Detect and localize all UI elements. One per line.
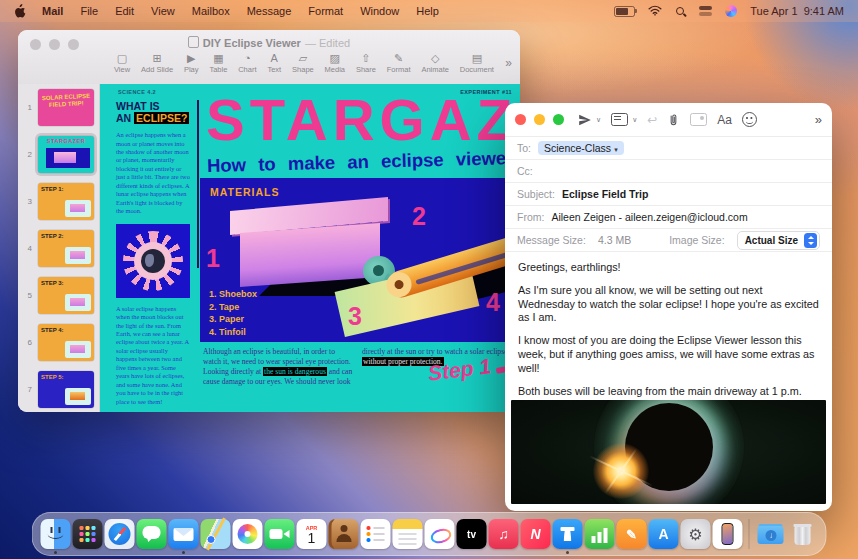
menu-item-message[interactable]: Message bbox=[247, 5, 292, 17]
format-button[interactable]: Aa bbox=[717, 111, 732, 129]
keynote-titlebar[interactable]: DIY Eclipse Viewer— Edited ▢View⊞Add Sli… bbox=[18, 30, 520, 85]
menu-item-mailbox[interactable]: Mailbox bbox=[192, 5, 230, 17]
toolbar-button-play[interactable]: ▶Play bbox=[184, 52, 199, 74]
from-field[interactable]: From: Aileen Zeigen - aileen.zeigen@iclo… bbox=[505, 206, 832, 229]
slide-row-1: 1SOLAR ECLIPSE FIELD TRIP! bbox=[18, 86, 99, 129]
mail-toolbar-overflow-button[interactable]: » bbox=[815, 112, 822, 127]
dock-icon-calendar[interactable]: APR1 bbox=[297, 519, 327, 549]
dock-icon-numbers[interactable] bbox=[585, 519, 615, 549]
send-button[interactable] bbox=[578, 111, 592, 129]
reply-button[interactable]: ↩ bbox=[647, 111, 657, 129]
dock-icon-music[interactable]: ♫ bbox=[489, 519, 519, 549]
slide-thumbnail-3[interactable]: STEP 1: bbox=[38, 183, 94, 220]
minimize-button[interactable] bbox=[534, 114, 545, 125]
slide-thumbnail-5[interactable]: STEP 3: bbox=[38, 277, 94, 314]
dock-icon-facetime[interactable] bbox=[265, 519, 295, 549]
battery-icon[interactable] bbox=[614, 6, 635, 17]
dock-icon-settings[interactable]: ⚙ bbox=[681, 519, 711, 549]
menu-item-edit[interactable]: Edit bbox=[115, 5, 134, 17]
insert-photo-button[interactable] bbox=[690, 111, 707, 129]
slide-thumbnail-6[interactable]: STEP 4: bbox=[38, 324, 94, 361]
dock: APR1tv♫N✎A⚙↓ bbox=[32, 512, 827, 556]
wifi-icon[interactable] bbox=[648, 5, 662, 18]
toolbar-label: Share bbox=[356, 65, 376, 74]
toolbar-button-share[interactable]: ⇧Share bbox=[356, 52, 376, 74]
toolbar-button-shape[interactable]: ▱Shape bbox=[292, 52, 314, 74]
toolbar-button-animate[interactable]: ◇Animate bbox=[421, 52, 449, 74]
dock-icon-freeform[interactable] bbox=[425, 519, 455, 549]
toolbar-button-document[interactable]: ▤Document bbox=[460, 52, 494, 74]
toolbar-button-format[interactable]: ✎Format bbox=[387, 52, 411, 74]
menu-item-help[interactable]: Help bbox=[416, 5, 439, 17]
text-icon: A bbox=[271, 52, 278, 64]
menu-item-window[interactable]: Window bbox=[360, 5, 399, 17]
toolbar-label: Play bbox=[184, 65, 199, 74]
dock-icon-reminders[interactable] bbox=[361, 519, 391, 549]
dock-icon-appstore[interactable]: A bbox=[649, 519, 679, 549]
toolbar-button-add-slide[interactable]: ⊞Add Slide bbox=[141, 52, 173, 74]
window-title: DIY Eclipse Viewer— Edited bbox=[18, 36, 520, 49]
menu-item-file[interactable]: File bbox=[80, 5, 98, 17]
slide-thumbnail-4[interactable]: STEP 2: bbox=[38, 230, 94, 267]
slide-thumbnail-1[interactable]: SOLAR ECLIPSE FIELD TRIP! bbox=[38, 89, 94, 126]
dock-icon-safari[interactable] bbox=[105, 519, 135, 549]
thumbnail-graphic bbox=[65, 388, 91, 405]
control-center-icon[interactable] bbox=[699, 6, 712, 16]
siri-icon[interactable] bbox=[725, 5, 737, 17]
spotlight-icon[interactable] bbox=[675, 6, 686, 17]
dock-icon-mail[interactable] bbox=[169, 519, 199, 549]
menu-item-format[interactable]: Format bbox=[308, 5, 343, 17]
dock-icon-pages[interactable]: ✎ bbox=[617, 519, 647, 549]
toolbar-overflow-button[interactable]: » bbox=[505, 56, 512, 70]
slide-thumbnail-7[interactable]: STEP 5: bbox=[38, 371, 94, 408]
apple-menu-icon[interactable] bbox=[14, 4, 26, 18]
running-indicator bbox=[54, 551, 57, 554]
slide-paragraph-2: A solar eclipse happens when the moon bl… bbox=[116, 305, 190, 406]
menu-clock[interactable]: Tue Apr 1 9:41 AM bbox=[750, 5, 844, 17]
to-field[interactable]: To: Science-Class▾ bbox=[505, 137, 832, 160]
subject-field[interactable]: Subject: Eclipse Field Trip bbox=[505, 183, 832, 206]
recipient-token[interactable]: Science-Class▾ bbox=[538, 141, 624, 155]
toolbar-label: Text bbox=[267, 65, 281, 74]
dock-icon-keynote[interactable] bbox=[553, 519, 583, 549]
toolbar-button-media[interactable]: ▨Media bbox=[325, 52, 345, 74]
dock-icon-news[interactable]: N bbox=[521, 519, 551, 549]
toolbar-button-view[interactable]: ▢View bbox=[114, 52, 130, 74]
toolbar-button-text[interactable]: AText bbox=[267, 52, 281, 74]
menu-item-mail[interactable]: Mail bbox=[42, 5, 63, 17]
slide-number: 4 bbox=[18, 244, 32, 253]
toolbar-label: Document bbox=[460, 65, 494, 74]
dock-icon-appletv[interactable]: tv bbox=[457, 519, 487, 549]
slide-thumbnail-label: STARGAZER bbox=[38, 136, 94, 144]
item-number-3: 3 bbox=[348, 304, 362, 329]
menu-item-view[interactable]: View bbox=[151, 5, 175, 17]
dock-icon-trash[interactable] bbox=[788, 519, 818, 549]
close-button[interactable] bbox=[515, 114, 526, 125]
dock-icon-notes[interactable] bbox=[393, 519, 423, 549]
image-size-label: Image Size: bbox=[669, 234, 724, 246]
send-menu-chevron-icon[interactable]: ∨ bbox=[596, 116, 601, 124]
emoji-button[interactable] bbox=[742, 111, 757, 129]
dock-icon-messages[interactable] bbox=[137, 519, 167, 549]
thumbnail-graphic bbox=[46, 148, 90, 168]
image-size-select[interactable]: Actual Size bbox=[737, 231, 820, 250]
materials-list: 1. Shoebox2. Tape3. Paper4. Tinfoil bbox=[209, 288, 257, 338]
dock-icon-downloads[interactable]: ↓ bbox=[756, 519, 786, 549]
zoom-button[interactable] bbox=[553, 114, 564, 125]
cc-field[interactable]: Cc: bbox=[505, 160, 832, 183]
dock-icon-photos[interactable] bbox=[233, 519, 263, 549]
slide-thumbnail-2[interactable]: STARGAZER bbox=[38, 136, 94, 173]
message-paragraph: As I'm sure you all know, we will be set… bbox=[518, 284, 819, 325]
eclipse-photo-attachment[interactable] bbox=[511, 400, 826, 504]
dock-icon-contacts[interactable] bbox=[329, 519, 359, 549]
toolbar-button-chart[interactable]: ◔Chart bbox=[238, 52, 256, 74]
header-fields-button[interactable] bbox=[611, 111, 628, 129]
dock-icon-launchpad[interactable] bbox=[73, 519, 103, 549]
dock-icon-finder[interactable] bbox=[41, 519, 71, 549]
toolbar-button-table[interactable]: ▦Table bbox=[209, 52, 227, 74]
dock-icon-maps[interactable] bbox=[201, 519, 231, 549]
dock-icon-iphone[interactable] bbox=[713, 519, 743, 549]
header-fields-chevron-icon[interactable]: ∨ bbox=[632, 116, 637, 124]
slide-canvas[interactable]: SCIENCE 4.2 EXPERIMENT #11 WHAT IS AN EC… bbox=[100, 84, 520, 412]
attach-button[interactable] bbox=[667, 111, 680, 129]
